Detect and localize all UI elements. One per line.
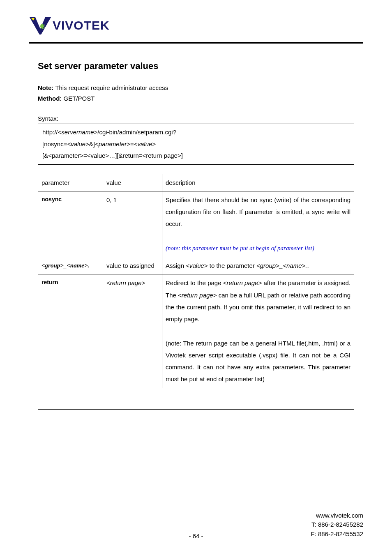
header-description: description [162,174,354,191]
desc-var: <return page> [178,292,217,299]
param-name: return [38,274,103,388]
logo-text: VIVOTEK [53,18,110,32]
desc-var: <value> [186,262,208,269]
desc-text: . [307,262,309,269]
syntax-text: [&<parameter>=<value>…][&return=<return … [42,150,350,162]
contact-fax: F: 886-2-82455532 [311,530,363,539]
syntax-text: [nosync= [42,140,67,147]
param-table: parameter value description nosync 0, 1 … [38,174,354,388]
method-label: Method: [38,95,62,102]
note-text: This request require administrator acces… [53,84,168,91]
param-desc: Assign <value> to the parameter <group>_… [162,257,354,274]
desc-note: (note: this parameter must be put at beg… [166,245,314,251]
table-row: <group>_<name>. value to assigned Assign… [38,257,354,274]
desc-text: Assign [166,262,186,269]
param-value: <return page> [103,274,162,388]
syntax-text: = [130,140,134,147]
brand-header: VIVOTEK [29,16,363,35]
table-row: nosync 0, 1 Specifies that there should … [38,191,354,257]
param-desc: Redirect to the page <return page> after… [162,274,354,388]
header-divider [29,42,363,44]
desc-text: Specifies that there should be no sync (… [166,196,350,228]
desc-note: (note: The return page can be a general … [166,340,350,383]
page-title: Set server parameter values [38,61,354,71]
footer-divider [38,409,354,410]
logo-icon [29,16,52,35]
desc-text: Redirect to the page [166,279,223,286]
syntax-box: http://<servername>/cgi-bin/admin/setpar… [38,124,354,165]
syntax-text: /cgi-bin/admin/setparam.cgi? [97,129,176,136]
note-label: Note: [38,84,53,91]
syntax-text: http:// [42,129,58,136]
param-name: nosync [38,191,103,257]
table-header-row: parameter value description [38,174,354,191]
syntax-var: <value> [67,140,89,147]
syntax-var: <parameter> [95,140,130,147]
syntax-var: <servername> [58,129,98,136]
param-value: 0, 1 [103,191,162,257]
note-line: Note: This request require administrator… [38,83,354,93]
param-desc: Specifies that there should be no sync (… [162,191,354,257]
desc-var: <group>_<name>. [256,262,307,269]
header-parameter: parameter [38,174,103,191]
syntax-var: <value> [134,140,156,147]
contact-block: www.vivotek.com T: 886-2-82455282 F: 886… [311,511,363,539]
syntax-text: &] [89,140,95,147]
param-value: value to assigned [103,257,162,274]
header-value: value [103,174,162,191]
table-row: return <return page> Redirect to the pag… [38,274,354,388]
desc-text: to the parameter [208,262,256,269]
method-line: Method: GET/POST [38,94,354,104]
contact-site: www.vivotek.com [311,511,363,520]
contact-tel: T: 886-2-82455282 [311,520,363,530]
method-text: GET/POST [62,95,95,102]
syntax-label: Syntax: [38,115,354,122]
param-name: <group>_<name>. [38,257,103,274]
desc-var: <return page> [223,279,262,286]
